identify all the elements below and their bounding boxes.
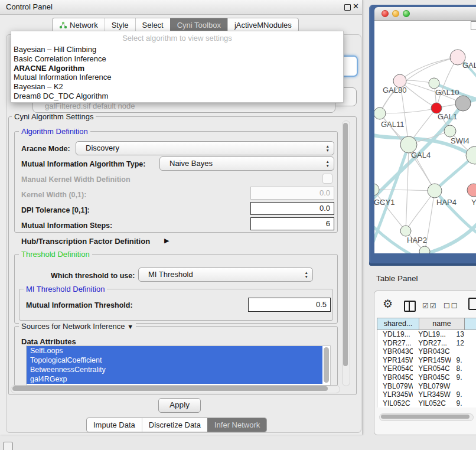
mi-steps-field[interactable]: 6: [250, 217, 334, 230]
hub-definition-label[interactable]: Hub/Transcription Factor Definition: [21, 237, 150, 246]
network-node-gal10[interactable]: [429, 78, 439, 89]
export-table-icon[interactable]: [468, 298, 476, 310]
apply-button[interactable]: Apply: [158, 398, 201, 413]
table-row[interactable]: YPR145WYPR145W9.: [377, 356, 476, 365]
node-label-swi4: SWI4: [451, 136, 470, 145]
network-node-y[interactable]: [467, 184, 476, 197]
which-threshold-label: Which threshold to use:: [51, 272, 135, 280]
sources-title[interactable]: Sources for Network Inference ▼: [19, 322, 136, 331]
cyni-settings-title: Cyni Algorithm Settings: [12, 112, 96, 121]
table-cell: YDR27...: [413, 339, 451, 348]
table-row[interactable]: YLR345WYLR345W9.: [377, 390, 476, 399]
threshold-definition-title: Threshold Definition: [19, 250, 92, 259]
attributes-scrollbar-thumb[interactable]: [324, 347, 329, 383]
select-all-checkboxes-icon[interactable]: ☑☑: [422, 302, 438, 310]
control-panel-titlebar: Control Panel ✕: [0, 0, 362, 15]
close-traffic-light-icon[interactable]: [382, 10, 389, 17]
attribute-item-betweennesscentrality[interactable]: BetweennessCentrality: [27, 365, 322, 374]
tab-jactivemnodules[interactable]: jActiveMNodules: [227, 18, 298, 32]
algorithm-option-dream8-dc-tdc-algorithm[interactable]: Dream8 DC_TDC Algorithm: [14, 92, 341, 101]
close-icon[interactable]: ✕: [353, 2, 359, 11]
settings-hscrollbar-thumb[interactable]: [12, 386, 328, 391]
algorithm-option-bayesian-k2[interactable]: Bayesian – K2: [14, 82, 341, 92]
table-row[interactable]: YIL052CYIL052C9.: [377, 399, 476, 407]
table-cell: YBR043C: [413, 347, 451, 356]
mi-type-combo[interactable]: Naive Bayes ▲▼: [159, 156, 334, 171]
table-cell: YPR145W: [413, 356, 451, 365]
node-label-gal1: GAL1: [438, 112, 457, 121]
algorithm-option-bayesian-hill-climbing[interactable]: Bayesian – Hill Climbing: [14, 45, 341, 54]
algorithm-option-basic-correlation-inference[interactable]: Basic Correlation Inference: [14, 54, 341, 64]
minimize-traffic-light-icon[interactable]: [392, 10, 399, 17]
settings-hscrollbar[interactable]: [11, 385, 340, 393]
network-node-swi4[interactable]: [444, 125, 456, 137]
tab-discretize-data[interactable]: Discretize Data: [142, 418, 207, 432]
column-header-shared-name[interactable]: shared...: [377, 318, 419, 330]
tab-label: Style: [112, 21, 129, 30]
attribute-item-topologicalcoefficient[interactable]: TopologicalCoefficient: [27, 356, 322, 365]
spinner-icon[interactable]: ▲▼: [305, 270, 308, 279]
network-node-gal11[interactable]: [374, 107, 386, 119]
table-row[interactable]: YER054CYER054C8.: [377, 364, 476, 373]
data-attributes-list[interactable]: SelfLoopsTopologicalCoefficientBetweenne…: [26, 345, 331, 386]
spinner-icon[interactable]: ▲▼: [326, 159, 330, 168]
table-cell: YIL052C: [413, 399, 451, 407]
table-cell: 8.: [451, 364, 476, 373]
tab-cyni-toolbox[interactable]: Cyni Toolbox: [170, 18, 227, 32]
dpi-tolerance-field[interactable]: 0.0: [250, 202, 334, 215]
attribute-item-gal4rgexp[interactable]: gal4RGexp: [27, 374, 322, 384]
which-threshold-combo[interactable]: MI Threshold ▲▼: [138, 268, 313, 282]
table-row[interactable]: YBR043CYBR043C: [377, 347, 476, 356]
tab-style[interactable]: Style: [105, 18, 135, 32]
table-hscrollbar-thumb[interactable]: [381, 415, 470, 419]
table-row[interactable]: YDR27...YDR27...12: [377, 339, 476, 348]
column-header-cut[interactable]: [465, 318, 476, 330]
table-row[interactable]: YBL079WYBL079W: [377, 382, 476, 391]
network-canvas[interactable]: GALGAL80GAL10GAL1GAL11SWI4GAL4HAP4YGCY1H…: [374, 21, 476, 253]
settings-vscrollbar[interactable]: [342, 120, 350, 386]
table-header-row: shared... name: [377, 318, 476, 330]
column-layout-icon[interactable]: [404, 301, 416, 312]
network-node[interactable]: [455, 96, 471, 111]
table-row[interactable]: YBR045CYBR045C9.: [377, 373, 476, 382]
spinner-icon[interactable]: ▲▼: [326, 144, 330, 152]
gear-icon[interactable]: ⚙: [383, 298, 393, 309]
column-header-name[interactable]: name: [419, 318, 465, 330]
tab-select[interactable]: Select: [135, 18, 170, 32]
deselect-all-checkboxes-icon[interactable]: ☐☐: [444, 302, 459, 310]
table-cell: YER054C: [377, 364, 413, 373]
mi-threshold-field[interactable]: 0.5: [248, 298, 331, 312]
table-cell: 9.: [451, 399, 476, 407]
network-node-hap2[interactable]: [400, 226, 411, 236]
float-window-icon[interactable]: [344, 4, 351, 11]
table-cell: YDL19...: [377, 330, 413, 339]
table-hscrollbar[interactable]: [379, 413, 474, 421]
attribute-item-selfloops[interactable]: SelfLoops: [27, 346, 322, 356]
canvas-corner-widget[interactable]: [471, 21, 476, 30]
docked-panel-icon[interactable]: [3, 442, 13, 450]
network-icon: [59, 21, 67, 29]
aracne-mode-combo[interactable]: Discovery ▲▼: [76, 141, 334, 155]
tab-network[interactable]: Network: [53, 18, 105, 32]
network-node-hap4[interactable]: [428, 184, 442, 198]
table-row[interactable]: YDL19...YDL19...13: [377, 330, 476, 339]
dpi-tolerance-label: DPI Tolerance [0,1]:: [21, 206, 90, 214]
algorithm-option-aracne-algorithm[interactable]: ARACNE Algorithm: [14, 64, 341, 73]
algorithm-option-mutual-information-inference[interactable]: Mutual Information Inference: [14, 73, 341, 82]
tab-infer-network[interactable]: Infer Network: [207, 418, 266, 432]
mi-type-label: Mutual Information Algorithm Type:: [21, 160, 145, 168]
node-label-gal10: GAL10: [435, 88, 459, 97]
table-cell: 12: [451, 339, 476, 348]
mi-type-value: Naive Bayes: [169, 159, 213, 168]
zoom-traffic-light-icon[interactable]: [403, 10, 410, 17]
manual-kernel-checkbox[interactable]: [322, 174, 332, 184]
mi-threshold-title: MI Threshold Definition: [24, 285, 107, 294]
collapsed-arrow-icon[interactable]: ▶: [164, 237, 169, 244]
kernel-width-field[interactable]: 0.0: [250, 187, 334, 200]
aracne-mode-label: Aracne Mode:: [21, 145, 70, 153]
table-row-container: YDL19...YDL19...13YDR27...YDR27...12YBR0…: [377, 330, 476, 407]
tab-impute-data[interactable]: Impute Data: [87, 418, 142, 432]
settings-vscrollbar-thumb[interactable]: [343, 123, 348, 366]
network-window-titlebar[interactable]: [374, 7, 476, 21]
table-cell: YBL079W: [413, 382, 451, 391]
